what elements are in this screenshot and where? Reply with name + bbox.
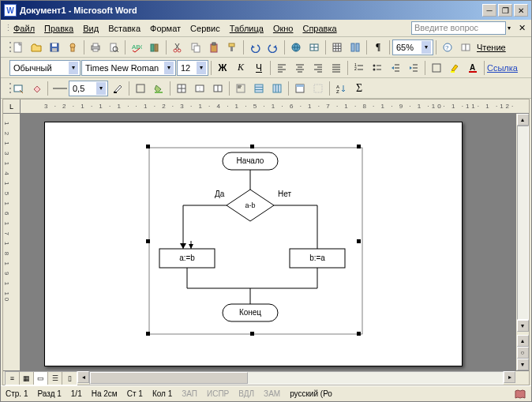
hide-gridlines-icon[interactable] [309, 80, 327, 97]
menu-view[interactable]: Вид [78, 22, 103, 35]
undo-icon[interactable] [246, 39, 264, 56]
split-cells-icon[interactable] [209, 80, 227, 97]
align-center-icon[interactable] [291, 59, 309, 77]
minimize-button[interactable]: ─ [482, 4, 496, 17]
menu-format[interactable]: Формат [145, 22, 185, 35]
align-justify-icon[interactable] [328, 59, 345, 77]
zoom-combo[interactable]: 65%▾ [392, 39, 433, 55]
horizontal-scrollbar[interactable] [89, 371, 504, 385]
columns-icon[interactable] [347, 39, 364, 56]
font-color-icon[interactable]: A [464, 59, 481, 77]
merge-cells-icon[interactable] [191, 80, 208, 97]
font-size-combo[interactable]: 12▾ [177, 60, 208, 76]
print-icon[interactable] [87, 39, 104, 56]
reading-view-icon[interactable]: ▯ [62, 372, 77, 385]
autoformat-icon[interactable] [291, 80, 309, 97]
scroll-right-button[interactable]: ▸ [504, 371, 515, 383]
status-ext[interactable]: ВДЛ [238, 389, 254, 398]
style-combo[interactable]: Обычный▾ [9, 60, 81, 76]
menu-edit[interactable]: Правка [39, 22, 78, 35]
menu-insert[interactable]: Вставка [103, 22, 145, 35]
line-style-icon[interactable]: ▾ [51, 80, 68, 97]
svg-rect-96 [314, 85, 322, 92]
scroll-down-button[interactable]: ▾ [517, 320, 529, 332]
italic-button[interactable]: К [232, 59, 249, 77]
menu-file[interactable]: Файл [9, 22, 39, 35]
ask-question-input[interactable]: Введите вопрос [411, 21, 506, 35]
border-outside-icon[interactable] [132, 80, 149, 97]
close-button[interactable]: ✕ [514, 4, 528, 17]
horizontal-ruler[interactable]: 3 · 2 · 1 · 1 · 1 · · 1 · 2 · 3 · 1 · 4 … [21, 100, 515, 114]
show-marks-icon[interactable]: ¶ [369, 39, 387, 56]
copy-icon[interactable] [187, 39, 204, 56]
document-close-button[interactable]: ✕ [515, 23, 528, 34]
fill-color-icon[interactable] [150, 80, 167, 97]
autosum-icon[interactable]: Σ [350, 80, 368, 97]
normal-view-icon[interactable]: ≡ [6, 372, 20, 385]
browse-next-button[interactable]: ▾ [517, 359, 529, 370]
menu-service[interactable]: Сервис [185, 22, 225, 35]
line-weight-combo[interactable]: 0,5▾ [69, 81, 108, 96]
spellcheck-icon[interactable]: ABC [128, 39, 145, 56]
vertical-ruler[interactable]: 1 2 1 3 1 4 1 5 1 6 1 7 1 8 1 9 1 10 [3, 114, 21, 370]
borders-icon[interactable] [428, 59, 445, 77]
menu-window[interactable]: Окно [268, 22, 298, 35]
eraser-icon[interactable] [28, 80, 45, 97]
save-icon[interactable] [46, 39, 63, 56]
increase-indent-icon[interactable] [405, 59, 422, 77]
cut-icon[interactable] [169, 39, 186, 56]
highlight-icon[interactable] [446, 59, 463, 77]
browse-object-button[interactable]: ○ [517, 347, 529, 359]
open-icon[interactable] [28, 39, 45, 56]
decrease-indent-icon[interactable] [387, 59, 404, 77]
align-right-icon[interactable] [309, 59, 327, 77]
web-view-icon[interactable]: ▦ [20, 372, 34, 385]
read-mode-icon[interactable] [457, 39, 474, 56]
word-app-window: W Документ1 - Microsoft Word ─ ❐ ✕ ⋮ Фай… [0, 0, 532, 402]
hyperlink-icon[interactable] [287, 39, 305, 56]
vertical-scrollbar[interactable]: ▴ ▾ ▴ ○ ▾ [515, 114, 529, 370]
scroll-left-button[interactable]: ◂ [77, 371, 89, 383]
paste-icon[interactable] [205, 39, 223, 56]
numbering-icon[interactable]: 12 [350, 59, 368, 77]
read-mode-button[interactable]: Чтение [477, 43, 506, 52]
format-painter-icon[interactable] [223, 39, 241, 56]
status-rec[interactable]: ЗАП [182, 389, 197, 398]
tables-borders-icon[interactable] [305, 39, 323, 56]
bullets-icon[interactable] [369, 59, 386, 77]
status-book-icon[interactable] [514, 389, 526, 400]
pen-color-icon[interactable] [109, 80, 126, 97]
flowchart-canvas[interactable]: Начало a-b Да Нет [148, 146, 369, 336]
print-preview-icon[interactable] [105, 39, 122, 56]
status-ovr[interactable]: ЗАМ [264, 389, 280, 398]
bold-button[interactable]: Ж [214, 59, 231, 77]
research-icon[interactable] [146, 39, 163, 56]
underline-button[interactable]: Ч [250, 59, 268, 77]
document-area[interactable]: Начало a-b Да Нет [21, 114, 515, 370]
insert-link-button[interactable]: Ссылка [487, 63, 518, 73]
menu-help[interactable]: Справка [298, 22, 341, 35]
draw-table-icon[interactable] [9, 80, 27, 97]
print-layout-view-icon[interactable]: ▭ [34, 372, 48, 385]
sort-asc-icon[interactable]: AZ [332, 80, 350, 97]
permission-icon[interactable] [64, 39, 81, 56]
titlebar[interactable]: W Документ1 - Microsoft Word ─ ❐ ✕ [1, 1, 531, 20]
new-doc-icon[interactable] [9, 39, 27, 56]
insert-table-icon[interactable] [328, 39, 346, 56]
status-lang[interactable]: русский (Ро [290, 389, 332, 398]
doc-map-icon[interactable]: ? [439, 39, 456, 56]
insert-table2-icon[interactable] [173, 80, 190, 97]
align-top-left-icon[interactable] [232, 80, 249, 97]
outline-view-icon[interactable]: ☰ [48, 372, 62, 385]
scroll-up-button[interactable]: ▴ [517, 114, 529, 126]
distribute-rows-icon[interactable] [250, 80, 268, 97]
menu-table[interactable]: Таблица [225, 22, 268, 35]
tab-selector[interactable]: L [3, 100, 21, 114]
browse-prev-button[interactable]: ▴ [517, 335, 529, 347]
status-trk[interactable]: ИСПР [207, 389, 229, 398]
font-combo[interactable]: Times New Roman▾ [81, 60, 176, 76]
redo-icon[interactable] [264, 39, 282, 56]
align-left-icon[interactable] [273, 59, 290, 77]
restore-button[interactable]: ❐ [498, 4, 512, 17]
distribute-cols-icon[interactable] [268, 80, 286, 97]
